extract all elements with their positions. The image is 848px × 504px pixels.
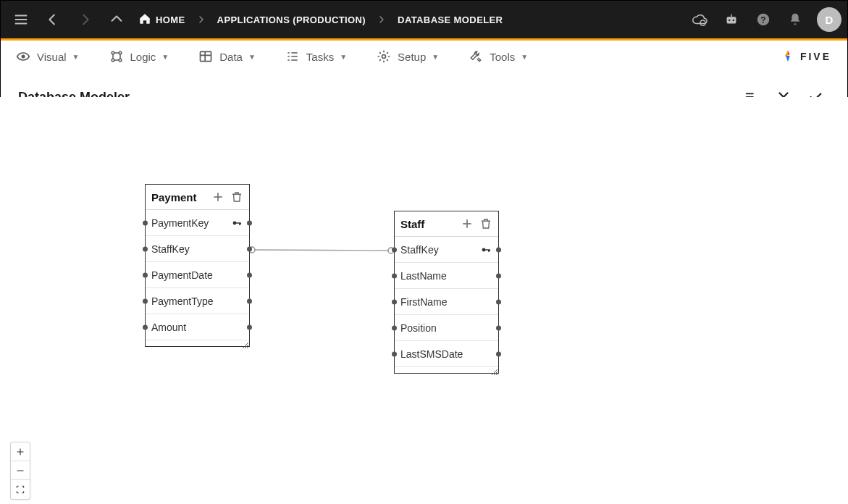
delete-table-button[interactable] [229,189,245,205]
table-row[interactable]: FirstName [395,289,498,315]
chevron-down-icon: ▼ [340,53,347,61]
port-right[interactable] [247,272,252,277]
brand-logo: FIVE [780,49,831,64]
chevron-down-icon: ▼ [432,53,439,61]
menu-tools-label: Tools [490,51,515,63]
table-row[interactable]: PaymentKey [146,210,249,236]
breadcrumb-dbmodeler[interactable]: DATABASE MODELER [393,14,507,25]
chevron-down-icon: ▼ [521,53,528,61]
table-head: Payment [146,185,249,210]
breadcrumb-applications-label: APPLICATIONS (PRODUCTION) [217,14,366,25]
breadcrumb-sep-icon [193,14,210,25]
menu-visual-label: Visual [37,51,67,63]
menu-button[interactable] [7,5,35,34]
port-right[interactable] [496,273,501,278]
table-row[interactable]: LastSMSDate [395,341,498,367]
menu-tasks[interactable]: Tasks ▼ [285,49,347,64]
bell-icon[interactable] [781,5,810,34]
port-left[interactable] [392,325,397,330]
delete-table-button[interactable] [478,216,494,232]
key-icon [230,217,243,230]
zoom-out-button[interactable] [11,461,30,480]
chevron-down-icon: ▼ [248,53,256,61]
port-right[interactable] [496,299,501,304]
table-row[interactable]: PaymentType [146,288,249,314]
port-left[interactable] [392,351,397,356]
port-left[interactable] [143,246,148,251]
field-name: LastSMSDate [400,348,492,360]
menu-data-label: Data [219,51,243,63]
grid-icon [198,49,214,64]
table-row[interactable]: Amount [146,314,249,340]
bot-icon[interactable] [717,5,746,34]
breadcrumb-dbmodeler-label: DATABASE MODELER [398,14,503,25]
key-icon [479,243,492,256]
field-name: StaffKey [400,244,479,256]
table-row[interactable]: LastName [395,263,498,289]
table-payment[interactable]: Payment PaymentKey StaffKey PaymentDate … [145,184,250,347]
port-right[interactable] [496,247,501,252]
field-name: FirstName [400,296,492,308]
table-head: Staff [395,211,498,237]
breadcrumb-applications[interactable]: APPLICATIONS (PRODUCTION) [213,14,370,25]
table-row[interactable]: StaffKey [146,236,249,262]
resize-handle[interactable] [490,365,498,372]
cloud-icon[interactable] [685,5,714,34]
brand-mark-icon [780,49,796,64]
canvas[interactable]: Payment PaymentKey StaffKey PaymentDate … [0,97,848,504]
tools-icon [468,49,484,64]
chevron-down-icon: ▼ [161,53,169,61]
avatar-initial: D [826,14,834,26]
tasks-icon [285,49,301,64]
field-name: PaymentType [151,295,243,307]
breadcrumb-sep-icon [373,14,390,25]
zoom-controls [10,442,30,500]
nav-up-button[interactable] [102,5,131,34]
field-name: PaymentDate [151,269,243,281]
port-left[interactable] [143,220,148,225]
menu-logic[interactable]: Logic ▼ [109,49,169,64]
gear-icon [376,49,392,64]
menu-setup[interactable]: Setup ▼ [376,49,439,64]
home-icon [138,12,151,28]
add-field-button[interactable] [210,189,226,205]
menu-tasks-label: Tasks [306,51,334,63]
menu-setup-label: Setup [398,51,426,63]
avatar[interactable]: D [817,7,841,32]
port-left[interactable] [392,299,397,304]
field-name: PaymentKey [151,217,230,229]
nav-forward-button[interactable] [70,5,99,34]
port-right[interactable] [496,325,501,330]
port-right[interactable] [496,351,501,356]
field-name: Amount [151,322,243,333]
port-left[interactable] [143,298,148,303]
field-name: StaffKey [151,243,243,255]
table-row[interactable]: StaffKey [395,237,498,263]
menu-data[interactable]: Data ▼ [198,49,256,64]
port-left[interactable] [143,272,148,277]
port-left[interactable] [143,324,148,329]
help-icon[interactable] [749,5,778,34]
port-left[interactable] [392,247,397,252]
menu-tools[interactable]: Tools ▼ [468,49,528,64]
port-left[interactable] [392,273,397,278]
port-right[interactable] [247,298,252,303]
add-field-button[interactable] [459,216,475,232]
menu-logic-label: Logic [130,51,156,63]
table-title: Staff [400,218,456,230]
eye-icon [15,49,31,64]
table-row[interactable]: Position [395,315,498,341]
port-right[interactable] [247,324,252,329]
zoom-fit-button[interactable] [11,480,30,499]
breadcrumb-home[interactable]: HOME [134,12,190,28]
resize-handle[interactable] [241,338,248,345]
field-name: LastName [400,270,492,282]
port-right[interactable] [247,246,252,251]
nav-back-button[interactable] [38,5,67,34]
table-row[interactable]: PaymentDate [146,262,249,288]
table-staff[interactable]: Staff StaffKey LastName FirstName Positi… [394,211,499,374]
port-right[interactable] [247,220,252,225]
zoom-in-button[interactable] [11,442,30,461]
topbar: HOME APPLICATIONS (PRODUCTION) DATABASE … [1,1,847,38]
menu-visual[interactable]: Visual ▼ [15,49,80,64]
